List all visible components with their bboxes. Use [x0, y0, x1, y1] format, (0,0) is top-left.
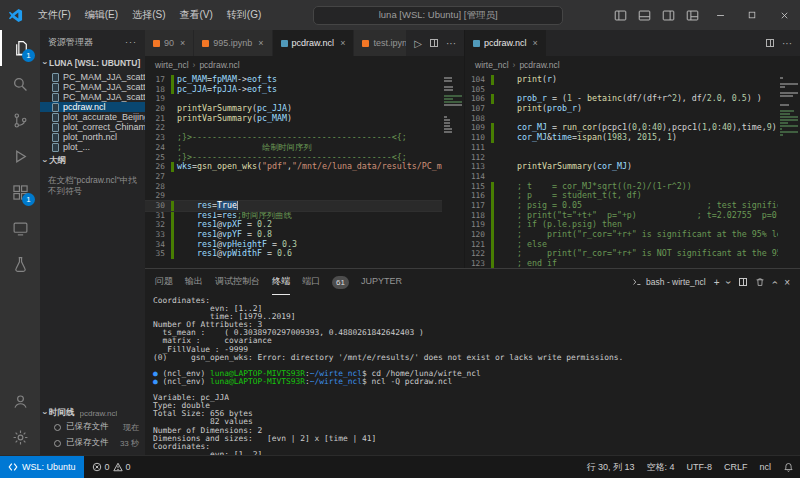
split-editor-icon[interactable] — [766, 39, 774, 47]
line-number: 122 — [465, 249, 491, 259]
remote-explorer-icon[interactable] — [0, 210, 40, 246]
toggle-panel-icon[interactable] — [632, 0, 656, 30]
close-panel-icon[interactable]: × — [784, 277, 790, 288]
menu-item[interactable]: 文件(F) — [31, 5, 78, 25]
run-debug-icon[interactable] — [0, 138, 40, 174]
code-area-right: 104 print(r)105106 prob_r = (1 - betainc… — [465, 74, 778, 268]
editor-right[interactable]: 104 print(r)105106 prob_r = (1 - betainc… — [465, 74, 800, 268]
file-icon — [52, 93, 59, 102]
explorer-icon[interactable]: 1 — [0, 30, 40, 66]
editor-tab[interactable]: pcdraw.ncl× — [273, 30, 355, 56]
maximize-button[interactable] — [736, 0, 768, 30]
minimize-button[interactable] — [704, 0, 736, 30]
testing-icon[interactable] — [0, 246, 40, 282]
toggle-secondary-sidebar-icon[interactable] — [656, 0, 680, 30]
outline-section-header[interactable]: › 大纲 — [40, 152, 145, 170]
notifications-bell-icon[interactable] — [777, 462, 800, 473]
split-terminal-icon[interactable] — [739, 278, 747, 286]
maximize-panel-icon[interactable]: › — [769, 280, 780, 283]
minimap-left[interactable] — [442, 74, 464, 268]
panel-tab[interactable]: 输出 — [185, 269, 203, 295]
problems-status[interactable]: 0 0 — [84, 462, 139, 472]
status-item[interactable]: UTF-8 — [686, 462, 712, 472]
git-gutter-decoration — [171, 191, 174, 201]
editor-tab[interactable]: 995.ipynb× — [194, 30, 272, 56]
breadcrumb-item[interactable]: pcdraw.ncl — [519, 60, 559, 70]
status-item[interactable]: 行 30, 列 13 — [586, 461, 634, 474]
minimap-right[interactable] — [778, 74, 800, 268]
menu-item[interactable]: 编辑(E) — [78, 5, 125, 25]
settings-gear-icon[interactable] — [0, 419, 40, 455]
new-terminal-icon[interactable]: + — [714, 277, 720, 288]
panel-tab[interactable]: 端口 — [302, 269, 320, 295]
command-center-search[interactable]: luna [WSL: Ubuntu] [管理员] — [313, 6, 563, 25]
close-icon[interactable]: × — [180, 38, 185, 48]
breadcrumb-item[interactable]: wirte_ncl — [475, 60, 509, 70]
search-icon[interactable] — [0, 66, 40, 102]
status-item[interactable]: ncl — [759, 462, 771, 472]
terminal-dropdown-icon[interactable]: › — [724, 280, 735, 283]
terminal-output[interactable]: Coordinates: evn: [1..2] time: [1979..20… — [145, 295, 800, 455]
tabs-right: pcdraw.ncl× — [465, 30, 547, 56]
timeline-section-header[interactable]: › 时间线 pcdraw.ncl — [40, 407, 145, 419]
workspace-section-header[interactable]: › LUNA [WSL: UBUNTU] — [40, 54, 145, 72]
sidebar: 资源管理器 ··· › LUNA [WSL: UBUNTU] PC_MAM_JJ… — [40, 30, 145, 455]
minimap-line — [780, 134, 783, 136]
sidebar-more-icon[interactable]: ··· — [125, 37, 137, 47]
line-number: 110 — [465, 133, 491, 143]
editor-left[interactable]: 17pc_MAM=fpMAM->eof_ts18pc_JJA=fpJJA->eo… — [145, 74, 464, 268]
status-item[interactable]: CRLF — [724, 462, 748, 472]
menu-item[interactable]: 转到(G) — [220, 5, 268, 25]
git-gutter-decoration — [171, 220, 174, 230]
timeline-item[interactable]: 已保存文件33 秒 — [40, 435, 145, 451]
file-item[interactable]: plot_... — [40, 142, 145, 152]
file-item[interactable]: PC_MAM_JJA_scatter... — [40, 72, 145, 82]
breadcrumb-item[interactable]: pcdraw.ncl — [199, 60, 239, 70]
more-actions-icon[interactable]: ··· — [782, 38, 792, 49]
run-icon[interactable]: ▷ — [414, 38, 422, 49]
editor-tab[interactable]: 90× — [145, 30, 194, 56]
status-item[interactable]: 空格: 4 — [646, 461, 674, 474]
terminal-instance[interactable]: bash - wirte_ncl — [632, 277, 706, 287]
timeline-item[interactable]: 已保存文件现在 — [40, 419, 145, 435]
editor-tab[interactable]: pcdraw.ncl× — [465, 30, 547, 56]
timeline-file-label: pcdraw.ncl — [80, 409, 118, 418]
file-item[interactable]: PC_MAM_JJA_scatter... — [40, 92, 145, 102]
menu-item[interactable]: 选择(S) — [125, 5, 172, 25]
explorer-badge: 1 — [22, 49, 35, 62]
editor-tab[interactable]: test.ipynb× — [354, 30, 406, 56]
kill-terminal-icon[interactable] — [755, 277, 765, 287]
file-name: plot_... — [63, 142, 90, 152]
customize-layout-icon[interactable] — [680, 0, 704, 30]
panel-tab[interactable]: JUPYTER — [361, 269, 402, 295]
file-item[interactable]: pcdraw.ncl — [40, 102, 145, 112]
line-number: 115 — [465, 182, 491, 192]
minimap-line — [780, 128, 782, 130]
accounts-icon[interactable] — [0, 383, 40, 419]
editor-group-right: pcdraw.ncl× ··· wirte_ncl›pcdraw.ncl 104… — [465, 30, 800, 268]
remote-indicator[interactable]: WSL: Ubuntu — [0, 456, 84, 478]
source-control-icon[interactable] — [0, 102, 40, 138]
file-item[interactable]: plot_correct_Chinama... — [40, 122, 145, 132]
git-gutter-decoration — [171, 75, 174, 85]
close-icon[interactable]: × — [533, 38, 538, 48]
close-icon[interactable]: × — [258, 38, 263, 48]
more-actions-icon[interactable]: ··· — [446, 38, 456, 49]
file-item[interactable]: plot_accurate_Beijing... — [40, 112, 145, 122]
line-number: 31 — [145, 211, 171, 221]
panel-tab[interactable]: 调试控制台 — [215, 269, 260, 295]
panel-badge[interactable]: 61 — [332, 276, 349, 289]
panel-tab[interactable]: 问题 — [155, 269, 173, 295]
extensions-icon[interactable]: 1 — [0, 174, 40, 210]
panel-tab[interactable]: 终端 — [272, 269, 290, 295]
breadcrumb-item[interactable]: wirte_ncl — [155, 60, 189, 70]
code-text: print(prob_r) — [497, 104, 582, 114]
menu-item[interactable]: 查看(V) — [172, 5, 219, 25]
file-item[interactable]: PC_MAM_JJA_scatter... — [40, 82, 145, 92]
close-icon[interactable]: × — [340, 38, 345, 48]
close-button[interactable] — [768, 0, 800, 30]
warning-count: 0 — [126, 462, 131, 472]
split-editor-icon[interactable] — [430, 39, 438, 47]
toggle-sidebar-icon[interactable] — [608, 0, 632, 30]
file-item[interactable]: plot_north.ncl — [40, 132, 145, 142]
